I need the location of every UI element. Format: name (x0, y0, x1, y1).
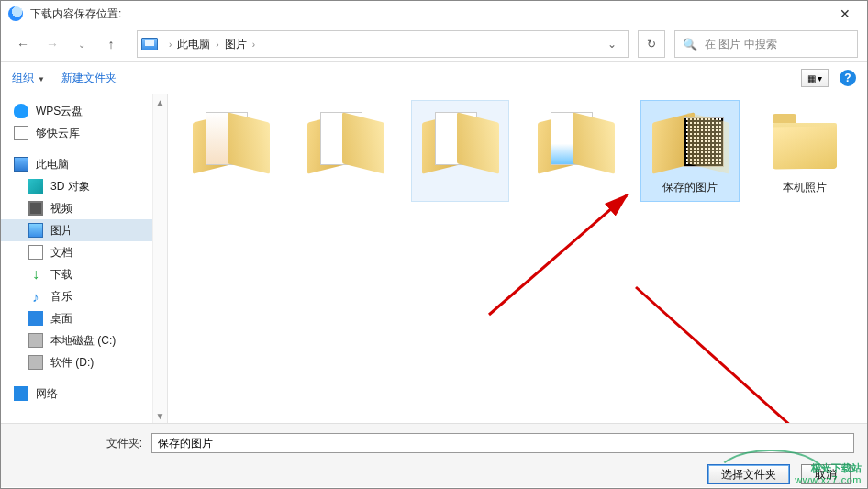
cloud-icon (14, 104, 28, 118)
network-icon (14, 386, 28, 401)
watermark: 极光下载站 www.xz7.com (795, 462, 862, 486)
tree-disk-c[interactable]: 本地磁盘 (C:) (1, 329, 167, 351)
folder-label: 文件夹: (14, 436, 142, 451)
document-icon (28, 245, 43, 260)
disk-icon (28, 355, 43, 370)
breadcrumb-expand[interactable]: ⌄ (600, 38, 624, 50)
folder-item-camera-roll[interactable]: 本机照片 (756, 100, 854, 202)
tree-network[interactable]: 网络 (1, 383, 167, 405)
search-placeholder: 在 图片 中搜索 (705, 37, 777, 52)
annotation-arrow (627, 278, 829, 423)
tree-this-pc[interactable]: 此电脑 (1, 153, 167, 175)
tree-documents[interactable]: 文档 (1, 241, 167, 263)
page-icon (14, 126, 28, 140)
tree-gokuai[interactable]: 够快云库 (1, 122, 167, 144)
window-title: 下载内容保存位置: (30, 6, 827, 22)
breadcrumb-bar[interactable]: › 此电脑 › 图片 › ⌄ (137, 30, 629, 58)
video-icon (28, 201, 43, 216)
breadcrumb-pictures[interactable]: 图片 (225, 37, 247, 52)
history-dropdown[interactable]: ⌄ (69, 31, 95, 57)
tree-wps-cloud[interactable]: WPS云盘 (1, 100, 167, 122)
folder-icon (189, 106, 272, 172)
tree-downloads[interactable]: ↓ 下载 (1, 263, 167, 285)
search-box[interactable]: 🔍 在 图片 中搜索 (674, 30, 858, 58)
folder-icon (534, 106, 617, 172)
folder-item[interactable] (295, 100, 394, 202)
organize-menu[interactable]: 组织▼ (12, 71, 45, 86)
folder-item-saved-pictures[interactable]: 保存的图片 (640, 100, 739, 202)
tree-disk-d[interactable]: 软件 (D:) (1, 351, 167, 373)
navigation-bar: ← → ⌄ ↑ › 此电脑 › 图片 › ⌄ ↻ 🔍 在 图片 中搜索 (1, 27, 867, 61)
folder-icon (304, 106, 386, 172)
folder-tree[interactable]: WPS云盘 够快云库 此电脑 3D 对象 视频 图片 文档 ↓ 下载 (1, 94, 168, 423)
new-folder-button[interactable]: 新建文件夹 (61, 71, 117, 86)
cube-icon (28, 179, 43, 194)
file-list[interactable]: 保存的图片 本机照片 (168, 94, 867, 423)
desktop-icon (28, 311, 43, 326)
tree-pictures[interactable]: 图片 (1, 219, 167, 241)
scroll-up-icon[interactable]: ▲ (153, 94, 167, 109)
forward-button[interactable]: → (39, 31, 65, 57)
tree-3d-objects[interactable]: 3D 对象 (1, 175, 167, 197)
pc-icon (14, 157, 28, 172)
refresh-button[interactable]: ↻ (638, 30, 665, 58)
titlebar: 下载内容保存位置: ✕ (1, 1, 867, 27)
chevron-right-icon: › (216, 39, 218, 50)
folder-icon (649, 106, 731, 172)
help-icon[interactable]: ? (840, 70, 856, 86)
disk-icon (28, 333, 43, 348)
pc-icon (141, 38, 158, 50)
svg-line-0 (489, 195, 627, 315)
tree-videos[interactable]: 视频 (1, 197, 167, 219)
folder-icon (418, 106, 501, 172)
download-icon: ↓ (28, 267, 43, 282)
folder-name-input[interactable] (151, 433, 854, 453)
up-button[interactable]: ↑ (98, 31, 124, 57)
tree-music[interactable]: ♪ 音乐 (1, 285, 167, 307)
tree-scrollbar[interactable]: ▲ ▼ (152, 94, 167, 423)
close-button[interactable]: ✕ (827, 1, 863, 27)
image-icon (28, 223, 43, 238)
folder-item[interactable] (526, 100, 624, 202)
back-button[interactable]: ← (10, 31, 36, 57)
folder-item[interactable] (181, 100, 279, 202)
scroll-down-icon[interactable]: ▼ (153, 408, 167, 423)
breadcrumb-this-pc[interactable]: 此电脑 (177, 37, 210, 52)
toolbar: 组织▼ 新建文件夹 ▦ ▾ ? (1, 61, 867, 94)
chevron-right-icon: › (169, 39, 172, 50)
svg-line-1 (636, 287, 810, 423)
app-icon (8, 6, 23, 21)
annotation-arrow (480, 186, 663, 324)
search-icon: 🔍 (683, 38, 697, 51)
music-icon: ♪ (28, 289, 43, 304)
chevron-right-icon: › (252, 39, 255, 50)
main-area: WPS云盘 够快云库 此电脑 3D 对象 视频 图片 文档 ↓ 下载 (1, 94, 867, 423)
folder-item[interactable] (411, 100, 509, 202)
folder-icon (763, 106, 846, 172)
tree-desktop[interactable]: 桌面 (1, 307, 167, 329)
view-mode-selector[interactable]: ▦ ▾ (801, 69, 829, 87)
